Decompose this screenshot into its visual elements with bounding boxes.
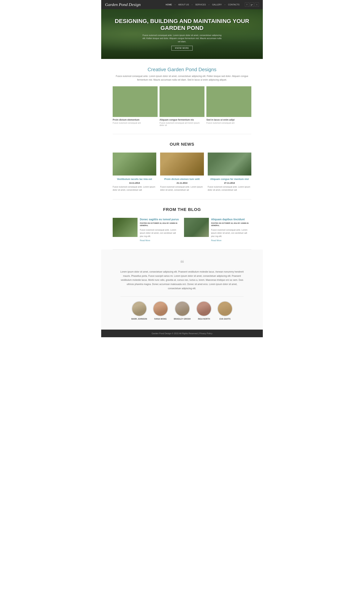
- facebook-icon[interactable]: f: [245, 2, 249, 7]
- nav-dot: ●: [224, 4, 225, 6]
- testimonial-divider: [120, 296, 244, 297]
- nav-links: HOME ● ABOUT US ● SERVICES ● GALLERY ● C…: [164, 3, 241, 6]
- blog-content-1: Donec sagittis eu ismod purus POSTED ON …: [140, 218, 180, 242]
- gallery-item-2-title: Aliquam congue fermentum nis: [160, 119, 204, 121]
- team-member-1: MARK JOHNSON: [131, 301, 147, 320]
- nav-about[interactable]: ABOUT US: [177, 3, 190, 6]
- team-member-5: EVA SAVITS: [217, 301, 233, 320]
- avatar-image-4: [197, 302, 211, 316]
- news-item-3-date: 27-11-2014: [208, 182, 251, 184]
- gallery-item-3-title: Sed in lacus ut enim adipi: [206, 119, 251, 121]
- team-member-4: INGA NORTH: [196, 301, 211, 320]
- nav-gallery[interactable]: GALLERY: [211, 3, 223, 6]
- news-image-1: [113, 153, 156, 176]
- gallery-item-1: Proin dictum elementum Fusce euismod con…: [113, 86, 158, 126]
- blog-item-2: Aliquam dapibus tincidunt POSTED ON OCTO…: [184, 218, 252, 242]
- nav-contacts[interactable]: CONTACTS: [226, 3, 241, 6]
- designs-subtitle: Fusce euismod consequat ante. Lorem ipsu…: [113, 74, 251, 82]
- team-member-2-name: IVANA WONG: [153, 318, 168, 320]
- avatar-image-2: [153, 302, 167, 316]
- avatar-1: [131, 301, 147, 316]
- googleplus-icon[interactable]: g+: [250, 2, 254, 7]
- avatar-5: [217, 301, 233, 316]
- navigation: Garden Pond Design HOME ● ABOUT US ● SER…: [101, 0, 263, 9]
- nav-dot: ●: [175, 4, 175, 6]
- testimonial-section: ❝ Lorem ipsum dolor sit amet, consectetu…: [101, 250, 263, 330]
- news-item-2: Proin dictum elemen tum velit 21-11-2014…: [160, 153, 204, 191]
- hero-title: DESIGNING, BUILDING AND MAINTAINING YOUR…: [105, 18, 259, 31]
- blog-section: FROM THE BLOG Donec sagittis eu ismod pu…: [101, 199, 263, 250]
- news-item-1-desc: Fusce euismod consequat ante. Lorem ipsu…: [113, 185, 156, 192]
- blog-image-2: [184, 218, 209, 237]
- blog-title: FROM THE BLOG: [113, 207, 251, 212]
- avatar-2: [153, 301, 168, 316]
- footer: Garden Pond Design © 2015 All Rights Res…: [101, 330, 263, 337]
- quote-icon: ❝: [120, 259, 244, 267]
- blog-item-2-desc: Fusce euismod consequat ante. Lorem ipsu…: [211, 228, 252, 238]
- avatar-4: [196, 301, 211, 316]
- hero-section: DESIGNING, BUILDING AND MAINTAINING YOUR…: [101, 9, 263, 59]
- blog-item-1-read-more[interactable]: Read More: [140, 239, 150, 242]
- gallery-item-3-desc: Fusce euismod consequat ant: [206, 122, 251, 124]
- news-item-3-title[interactable]: Aliquam congue fer mentum nisl: [208, 178, 251, 181]
- testimonial-text: Lorem ipsum dolor sit amet, consectetuer…: [120, 270, 244, 291]
- nav-services[interactable]: SERVICES: [194, 3, 207, 6]
- blog-item-1-desc: Fusce euismod consequat ante. Lorem ipsu…: [140, 228, 180, 238]
- news-image-2: [160, 153, 204, 176]
- gallery-image-3: [206, 86, 251, 117]
- news-item-2-date: 21-11-2014: [160, 182, 204, 184]
- team-member-5-name: EVA SAVITS: [217, 318, 233, 320]
- team-member-3-name: BRADLEY GROSH: [174, 318, 191, 320]
- gallery-item-1-desc: Fusce euismod consequat ant: [113, 122, 158, 124]
- footer-text: Garden Pond Design © 2015 All Rights Res…: [152, 332, 212, 335]
- news-item-3: Aliquam congue fer mentum nisl 27-11-201…: [208, 153, 251, 191]
- avatar-image-1: [132, 302, 146, 316]
- blog-item-1: Donec sagittis eu ismod purus POSTED ON …: [113, 218, 180, 242]
- news-image-3: [208, 153, 251, 176]
- social-icons: f g+ t: [245, 2, 259, 7]
- news-item-3-desc: Fusce euismod consequat ante. Lorem ipsu…: [208, 185, 251, 192]
- news-grid: Vestibulum iaculis lac inia est 14-11-20…: [113, 153, 251, 191]
- blog-item-1-meta: POSTED ON OCTOBER 18, 2014 BY ADMIN IN G…: [140, 222, 180, 227]
- team-member-4-name: INGA NORTH: [196, 318, 211, 320]
- nav-home[interactable]: HOME: [164, 3, 174, 6]
- news-section: OUR NEWS Vestibulum iaculis lac inia est…: [101, 134, 263, 199]
- gallery-item-3: Sed in lacus ut enim adipi Fusce euismod…: [206, 86, 251, 126]
- news-item-1-date: 14-11-2014: [113, 182, 156, 184]
- blog-image-1: [113, 218, 138, 237]
- news-item-2-title[interactable]: Proin dictum elemen tum velit: [160, 178, 204, 181]
- news-item-2-desc: Fusce euismod consequat ante. Lorem ipsu…: [160, 185, 204, 192]
- gallery-image-1: [113, 86, 158, 117]
- avatar-image-3: [175, 302, 189, 316]
- news-item-1-title[interactable]: Vestibulum iaculis lac inia est: [113, 178, 156, 181]
- team-member-3: BRADLEY GROSH: [174, 301, 191, 320]
- hero-subtitle: Fusce euismod consequat ante. Lorem ipsu…: [142, 34, 222, 43]
- blog-item-1-title[interactable]: Donec sagittis eu ismod purus: [140, 218, 180, 221]
- avatar-3: [175, 301, 190, 316]
- gallery-item-1-title: Proin dictum elementum: [113, 119, 158, 121]
- team-member-2: IVANA WONG: [153, 301, 168, 320]
- site-logo[interactable]: Garden Pond Design: [105, 2, 164, 7]
- team-grid: MARK JOHNSON IVANA WONG BRADLEY GROSH IN…: [120, 301, 244, 320]
- blog-item-2-meta: POSTED ON OCTOBER 18, 2014 BY ADMIN IN G…: [211, 222, 252, 227]
- news-title: OUR NEWS: [113, 142, 251, 147]
- blog-grid: Donec sagittis eu ismod purus POSTED ON …: [113, 218, 251, 242]
- twitter-icon[interactable]: t: [255, 2, 259, 7]
- gallery-grid: Proin dictum elementum Fusce euismod con…: [113, 86, 251, 126]
- designs-section: Creative Garden Pond Designs Fusce euism…: [101, 59, 263, 134]
- nav-dot: ●: [209, 4, 210, 6]
- news-item-1: Vestibulum iaculis lac inia est 14-11-20…: [113, 153, 156, 191]
- blog-item-2-title[interactable]: Aliquam dapibus tincidunt: [211, 218, 252, 221]
- gallery-item-2-desc: Fusce euismod consequat ant lorem ipsum …: [160, 122, 204, 126]
- gallery-item-2: Aliquam congue fermentum nis Fusce euism…: [160, 86, 204, 126]
- avatar-image-5: [218, 302, 232, 316]
- nav-dot: ●: [192, 4, 193, 6]
- designs-title: Creative Garden Pond Designs: [113, 67, 251, 73]
- hero-cta-button[interactable]: KNOW MORE: [171, 46, 193, 51]
- blog-item-2-read-more[interactable]: Read More: [211, 239, 221, 242]
- blog-content-2: Aliquam dapibus tincidunt POSTED ON OCTO…: [211, 218, 252, 242]
- gallery-image-2: [160, 86, 204, 117]
- team-member-1-name: MARK JOHNSON: [131, 318, 147, 320]
